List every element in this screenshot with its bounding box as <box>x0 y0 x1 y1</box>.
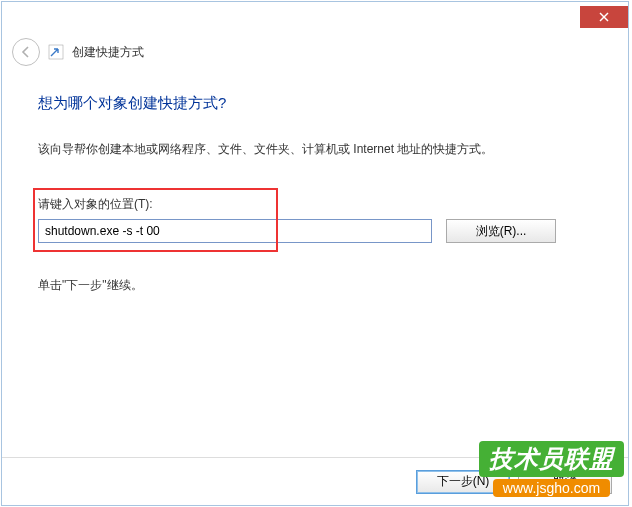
next-button[interactable]: 下一步(N) <box>416 470 510 494</box>
arrow-left-icon <box>19 45 33 59</box>
content-area: 想为哪个对象创建快捷方式? 该向导帮你创建本地或网络程序、文件、文件夹、计算机或… <box>2 72 628 457</box>
location-input[interactable] <box>38 219 432 243</box>
close-button[interactable] <box>580 6 628 28</box>
location-label: 请键入对象的位置(T): <box>38 196 592 213</box>
close-icon <box>599 12 609 22</box>
svg-rect-2 <box>49 45 63 59</box>
back-button[interactable] <box>12 38 40 66</box>
location-row: 浏览(R)... <box>38 219 592 243</box>
window-title: 创建快捷方式 <box>72 44 144 61</box>
wizard-heading: 想为哪个对象创建快捷方式? <box>38 94 592 113</box>
wizard-description: 该向导帮你创建本地或网络程序、文件、文件夹、计算机或 Internet 地址的快… <box>38 141 592 158</box>
titlebar <box>2 2 628 32</box>
instruction-text: 单击"下一步"继续。 <box>38 277 592 294</box>
wizard-window: 创建快捷方式 想为哪个对象创建快捷方式? 该向导帮你创建本地或网络程序、文件、文… <box>1 1 629 506</box>
browse-button[interactable]: 浏览(R)... <box>446 219 556 243</box>
cancel-button[interactable]: 取消 <box>518 470 612 494</box>
shortcut-icon <box>48 44 64 60</box>
location-field-group: 请键入对象的位置(T): 浏览(R)... <box>38 196 592 243</box>
footer: 下一步(N) 取消 <box>2 457 628 505</box>
header: 创建快捷方式 <box>2 32 628 72</box>
